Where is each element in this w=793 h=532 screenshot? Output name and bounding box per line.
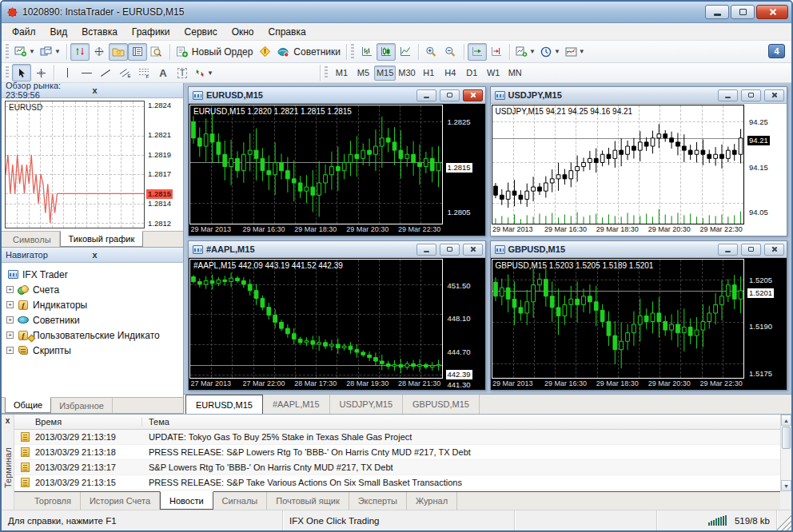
restore-button[interactable]: [731, 5, 755, 19]
news-scrollbar[interactable]: ▲ ▼: [780, 415, 791, 491]
tab-experts[interactable]: Эксперты: [349, 492, 407, 510]
tree-item-indicators[interactable]: +fИндикаторы: [6, 297, 181, 312]
tree-item-custom-indicators[interactable]: +fПользовательские Индикато: [6, 328, 181, 343]
close-icon[interactable]: x: [6, 415, 10, 427]
tree-item-accounts[interactable]: +Счета: [6, 282, 181, 297]
notifications-badge[interactable]: 4: [768, 44, 785, 58]
strategy-tester-button[interactable]: [147, 43, 166, 61]
navigator-toggle[interactable]: [109, 43, 128, 61]
title-bar[interactable]: 1020890: InstaTrader - EURUSD,M15: [2, 2, 791, 23]
close-button[interactable]: [764, 244, 784, 256]
data-window-button[interactable]: [90, 43, 109, 61]
tab-favorites[interactable]: Избранное: [51, 398, 113, 413]
candlestick-chart-button[interactable]: [377, 43, 396, 61]
tick-chart[interactable]: EURUSD 1.28241.28211.28191.28171.28151.2…: [5, 101, 183, 228]
tree-item-advisors[interactable]: +Советники: [6, 312, 181, 328]
toolbar-grip[interactable]: [6, 44, 9, 59]
chart-tab-eurusd[interactable]: EURUSD,M15: [185, 395, 263, 415]
news-row[interactable]: 2013/03/29 21:13:18PRESS RELEASE: S&P Lo…: [14, 445, 780, 460]
auto-scroll-toggle[interactable]: [468, 43, 487, 61]
tab-news[interactable]: Новости: [160, 491, 213, 510]
tab-mailbox[interactable]: Почтовый ящик: [267, 492, 349, 510]
bar-chart-button[interactable]: [357, 43, 377, 61]
timeframe-button-m5[interactable]: M5: [353, 66, 374, 81]
menu-view[interactable]: Вид: [43, 25, 75, 39]
close-icon[interactable]: x: [90, 85, 180, 95]
timeframe-button-m30[interactable]: M30: [396, 66, 417, 81]
scroll-up-icon[interactable]: ▲: [781, 415, 791, 426]
news-row[interactable]: 2013/03/29 21:13:19UPDATE: Tokyo Gas To …: [14, 430, 780, 445]
news-row[interactable]: 2013/03/29 21:13:17S&P Lowers Rtg To 'BB…: [14, 460, 780, 475]
warning-diamond-button[interactable]: !: [255, 43, 274, 61]
chart-window-usdjpy[interactable]: USDJPY,M15 USDJPY,M15 94.21 94.25 94.16 …: [490, 86, 788, 236]
column-header-topic[interactable]: Тема: [142, 417, 780, 427]
news-row[interactable]: 2013/03/29 21:13:15PRESS RELEASE: S&P Ta…: [14, 475, 780, 490]
toolbar-grip[interactable]: [6, 66, 9, 80]
chart-window-titlebar[interactable]: USDJPY,M15: [491, 87, 787, 104]
timeframe-button-w1[interactable]: W1: [483, 66, 504, 81]
minimize-button[interactable]: [416, 89, 436, 101]
chart-plot[interactable]: #AAPL,M15 442.09 443.19 441.52 442.39: [189, 259, 443, 379]
tree-item-scripts[interactable]: +Скрипты: [6, 343, 181, 358]
cursor-button[interactable]: [12, 64, 31, 81]
trendline-button[interactable]: [96, 64, 115, 81]
tab-account-history[interactable]: История Счета: [81, 492, 160, 510]
menu-help[interactable]: Справка: [261, 25, 313, 39]
expand-icon[interactable]: +: [6, 286, 14, 293]
restore-button[interactable]: [440, 89, 460, 101]
chart-window-eurusd[interactable]: EURUSD,M15 EURUSD,M15 1.2820 1.2821 1.28…: [188, 86, 486, 236]
new-chart-button[interactable]: ▼: [12, 43, 38, 61]
toolbar-grip[interactable]: [325, 66, 328, 80]
timeframe-button-mn[interactable]: MN: [504, 66, 526, 81]
text-label-button[interactable]: T: [173, 64, 192, 81]
chart-tab-aapl[interactable]: #AAPL,M15: [263, 395, 330, 414]
text-button[interactable]: A: [153, 64, 173, 81]
menu-charts[interactable]: Графики: [125, 25, 177, 39]
zoom-in-button[interactable]: [422, 43, 441, 61]
profiles-button[interactable]: ▼: [38, 43, 63, 61]
new-order-button[interactable]: Новый Ордер: [173, 43, 255, 61]
menu-tools[interactable]: Сервис: [177, 25, 225, 39]
toolbar-grip[interactable]: [351, 44, 354, 59]
expand-icon[interactable]: +: [6, 332, 14, 339]
chart-plot[interactable]: USDJPY,M15 94.21 94.25 94.16 94.21: [492, 105, 745, 224]
tree-root-ifx-trader[interactable]: IFX Trader: [6, 267, 181, 282]
tab-signals[interactable]: Сигналы: [213, 492, 268, 510]
expert-advisors-button[interactable]: Советники: [274, 43, 343, 61]
column-header-time[interactable]: Время: [14, 417, 142, 427]
timeframe-button-h1[interactable]: H1: [418, 66, 440, 81]
timeframe-button-d1[interactable]: D1: [461, 66, 483, 81]
chart-tab-usdjpy[interactable]: USDJPY,M15: [330, 395, 403, 414]
minimize-button[interactable]: [718, 244, 738, 256]
crosshair-button[interactable]: [31, 64, 50, 81]
timeframe-button-m1[interactable]: M1: [331, 66, 353, 81]
minimize-button[interactable]: [705, 5, 729, 19]
zoom-out-button[interactable]: [441, 43, 460, 61]
expand-icon[interactable]: +: [6, 347, 14, 354]
periods-button[interactable]: ▼: [538, 43, 563, 61]
chart-window-titlebar[interactable]: GBPUSD,M15: [491, 241, 787, 258]
scroll-down-icon[interactable]: ▼: [781, 480, 791, 491]
terminal-toggle[interactable]: [128, 43, 147, 61]
chart-plot[interactable]: GBPUSD,M15 1.5203 1.5205 1.5189 1.5201: [492, 259, 745, 379]
one-click-trading-toggle[interactable]: IFX One Click Trading: [283, 510, 515, 530]
market-watch-toggle[interactable]: [70, 43, 90, 61]
close-button[interactable]: [463, 89, 483, 101]
menu-window[interactable]: Окно: [225, 25, 261, 39]
minimize-button[interactable]: [718, 89, 738, 101]
expand-icon[interactable]: +: [6, 301, 14, 308]
chart-window-titlebar[interactable]: EURUSD,M15: [189, 87, 485, 104]
tab-journal[interactable]: Журнал: [407, 492, 457, 510]
close-icon[interactable]: x: [90, 250, 180, 260]
close-button[interactable]: [764, 89, 784, 101]
restore-button[interactable]: [741, 89, 761, 101]
chart-window-titlebar[interactable]: #AAPL,M15: [189, 241, 485, 258]
close-button[interactable]: [756, 5, 788, 19]
vertical-line-button[interactable]: [58, 64, 77, 81]
line-chart-button[interactable]: [396, 43, 415, 61]
chart-shift-toggle[interactable]: [487, 43, 506, 61]
chart-plot[interactable]: EURUSD,M15 1.2820 1.2821 1.2815 1.2815: [189, 105, 443, 224]
tab-trade[interactable]: Торговля: [26, 492, 81, 510]
templates-button[interactable]: ▼: [563, 43, 588, 61]
minimize-button[interactable]: [416, 244, 436, 256]
